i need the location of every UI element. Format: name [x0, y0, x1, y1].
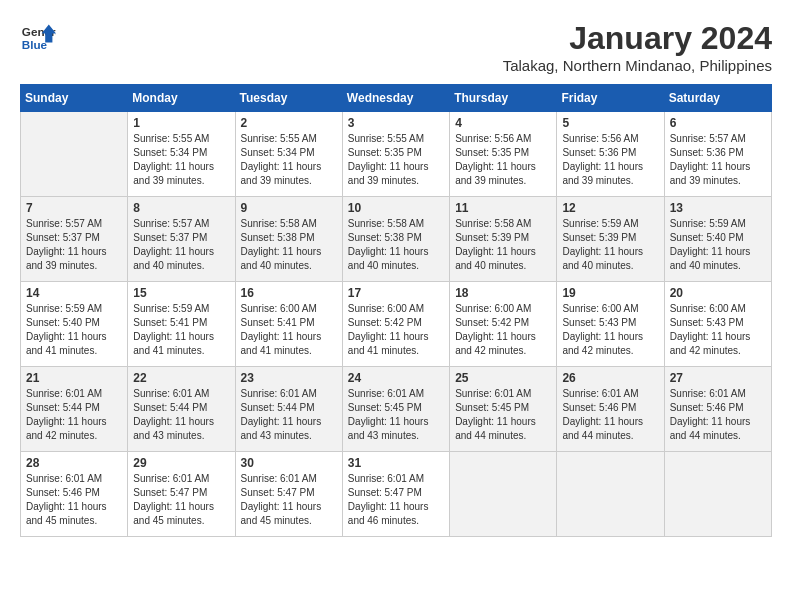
- logo: General Blue: [20, 20, 56, 56]
- calendar-cell: 2Sunrise: 5:55 AM Sunset: 5:34 PM Daylig…: [235, 112, 342, 197]
- calendar-cell: 16Sunrise: 6:00 AM Sunset: 5:41 PM Dayli…: [235, 282, 342, 367]
- calendar-cell: 5Sunrise: 5:56 AM Sunset: 5:36 PM Daylig…: [557, 112, 664, 197]
- calendar-cell: 31Sunrise: 6:01 AM Sunset: 5:47 PM Dayli…: [342, 452, 449, 537]
- cell-content: Sunrise: 6:01 AM Sunset: 5:46 PM Dayligh…: [26, 472, 122, 528]
- calendar-cell: 21Sunrise: 6:01 AM Sunset: 5:44 PM Dayli…: [21, 367, 128, 452]
- calendar-cell: 24Sunrise: 6:01 AM Sunset: 5:45 PM Dayli…: [342, 367, 449, 452]
- cell-content: Sunrise: 6:01 AM Sunset: 5:44 PM Dayligh…: [26, 387, 122, 443]
- calendar-cell: 14Sunrise: 5:59 AM Sunset: 5:40 PM Dayli…: [21, 282, 128, 367]
- cell-content: Sunrise: 5:59 AM Sunset: 5:39 PM Dayligh…: [562, 217, 658, 273]
- cell-content: Sunrise: 5:57 AM Sunset: 5:37 PM Dayligh…: [133, 217, 229, 273]
- calendar-cell: 29Sunrise: 6:01 AM Sunset: 5:47 PM Dayli…: [128, 452, 235, 537]
- header-thursday: Thursday: [450, 85, 557, 112]
- calendar-table: SundayMondayTuesdayWednesdayThursdayFrid…: [20, 84, 772, 537]
- cell-content: Sunrise: 5:57 AM Sunset: 5:37 PM Dayligh…: [26, 217, 122, 273]
- calendar-cell: 11Sunrise: 5:58 AM Sunset: 5:39 PM Dayli…: [450, 197, 557, 282]
- calendar-cell: 17Sunrise: 6:00 AM Sunset: 5:42 PM Dayli…: [342, 282, 449, 367]
- logo-icon: General Blue: [20, 20, 56, 56]
- day-number: 12: [562, 201, 658, 215]
- header-tuesday: Tuesday: [235, 85, 342, 112]
- calendar-cell: 3Sunrise: 5:55 AM Sunset: 5:35 PM Daylig…: [342, 112, 449, 197]
- day-number: 18: [455, 286, 551, 300]
- header-saturday: Saturday: [664, 85, 771, 112]
- day-number: 20: [670, 286, 766, 300]
- month-title: January 2024: [503, 20, 772, 57]
- day-number: 23: [241, 371, 337, 385]
- cell-content: Sunrise: 6:01 AM Sunset: 5:44 PM Dayligh…: [241, 387, 337, 443]
- cell-content: Sunrise: 5:56 AM Sunset: 5:35 PM Dayligh…: [455, 132, 551, 188]
- header-sunday: Sunday: [21, 85, 128, 112]
- header-wednesday: Wednesday: [342, 85, 449, 112]
- calendar-cell: 6Sunrise: 5:57 AM Sunset: 5:36 PM Daylig…: [664, 112, 771, 197]
- day-number: 26: [562, 371, 658, 385]
- cell-content: Sunrise: 5:57 AM Sunset: 5:36 PM Dayligh…: [670, 132, 766, 188]
- cell-content: Sunrise: 5:56 AM Sunset: 5:36 PM Dayligh…: [562, 132, 658, 188]
- calendar-week-4: 21Sunrise: 6:01 AM Sunset: 5:44 PM Dayli…: [21, 367, 772, 452]
- day-number: 13: [670, 201, 766, 215]
- cell-content: Sunrise: 6:01 AM Sunset: 5:46 PM Dayligh…: [562, 387, 658, 443]
- cell-content: Sunrise: 6:01 AM Sunset: 5:47 PM Dayligh…: [133, 472, 229, 528]
- calendar-cell: 22Sunrise: 6:01 AM Sunset: 5:44 PM Dayli…: [128, 367, 235, 452]
- cell-content: Sunrise: 6:01 AM Sunset: 5:45 PM Dayligh…: [348, 387, 444, 443]
- location-title: Talakag, Northern Mindanao, Philippines: [503, 57, 772, 74]
- day-number: 17: [348, 286, 444, 300]
- cell-content: Sunrise: 6:00 AM Sunset: 5:41 PM Dayligh…: [241, 302, 337, 358]
- day-number: 9: [241, 201, 337, 215]
- calendar-cell: 1Sunrise: 5:55 AM Sunset: 5:34 PM Daylig…: [128, 112, 235, 197]
- calendar-cell: 15Sunrise: 5:59 AM Sunset: 5:41 PM Dayli…: [128, 282, 235, 367]
- calendar-cell: 12Sunrise: 5:59 AM Sunset: 5:39 PM Dayli…: [557, 197, 664, 282]
- calendar-cell: 19Sunrise: 6:00 AM Sunset: 5:43 PM Dayli…: [557, 282, 664, 367]
- cell-content: Sunrise: 6:01 AM Sunset: 5:45 PM Dayligh…: [455, 387, 551, 443]
- day-number: 7: [26, 201, 122, 215]
- day-number: 31: [348, 456, 444, 470]
- day-number: 22: [133, 371, 229, 385]
- calendar-cell: 27Sunrise: 6:01 AM Sunset: 5:46 PM Dayli…: [664, 367, 771, 452]
- cell-content: Sunrise: 6:01 AM Sunset: 5:46 PM Dayligh…: [670, 387, 766, 443]
- cell-content: Sunrise: 5:59 AM Sunset: 5:40 PM Dayligh…: [26, 302, 122, 358]
- cell-content: Sunrise: 5:55 AM Sunset: 5:34 PM Dayligh…: [241, 132, 337, 188]
- header-friday: Friday: [557, 85, 664, 112]
- day-number: 15: [133, 286, 229, 300]
- calendar-cell: 9Sunrise: 5:58 AM Sunset: 5:38 PM Daylig…: [235, 197, 342, 282]
- cell-content: Sunrise: 5:58 AM Sunset: 5:38 PM Dayligh…: [348, 217, 444, 273]
- header-monday: Monday: [128, 85, 235, 112]
- cell-content: Sunrise: 5:55 AM Sunset: 5:34 PM Dayligh…: [133, 132, 229, 188]
- calendar-cell: 13Sunrise: 5:59 AM Sunset: 5:40 PM Dayli…: [664, 197, 771, 282]
- day-number: 3: [348, 116, 444, 130]
- svg-text:Blue: Blue: [22, 38, 48, 51]
- cell-content: Sunrise: 5:59 AM Sunset: 5:41 PM Dayligh…: [133, 302, 229, 358]
- calendar-cell: 30Sunrise: 6:01 AM Sunset: 5:47 PM Dayli…: [235, 452, 342, 537]
- calendar-cell: 18Sunrise: 6:00 AM Sunset: 5:42 PM Dayli…: [450, 282, 557, 367]
- day-number: 6: [670, 116, 766, 130]
- calendar-cell: [450, 452, 557, 537]
- day-number: 30: [241, 456, 337, 470]
- cell-content: Sunrise: 6:01 AM Sunset: 5:47 PM Dayligh…: [348, 472, 444, 528]
- calendar-cell: [21, 112, 128, 197]
- day-number: 16: [241, 286, 337, 300]
- calendar-cell: 23Sunrise: 6:01 AM Sunset: 5:44 PM Dayli…: [235, 367, 342, 452]
- calendar-cell: 4Sunrise: 5:56 AM Sunset: 5:35 PM Daylig…: [450, 112, 557, 197]
- day-number: 4: [455, 116, 551, 130]
- cell-content: Sunrise: 5:58 AM Sunset: 5:38 PM Dayligh…: [241, 217, 337, 273]
- day-number: 21: [26, 371, 122, 385]
- cell-content: Sunrise: 5:55 AM Sunset: 5:35 PM Dayligh…: [348, 132, 444, 188]
- calendar-cell: 26Sunrise: 6:01 AM Sunset: 5:46 PM Dayli…: [557, 367, 664, 452]
- calendar-cell: [664, 452, 771, 537]
- title-block: January 2024 Talakag, Northern Mindanao,…: [503, 20, 772, 74]
- cell-content: Sunrise: 5:58 AM Sunset: 5:39 PM Dayligh…: [455, 217, 551, 273]
- day-number: 10: [348, 201, 444, 215]
- cell-content: Sunrise: 5:59 AM Sunset: 5:40 PM Dayligh…: [670, 217, 766, 273]
- cell-content: Sunrise: 6:01 AM Sunset: 5:47 PM Dayligh…: [241, 472, 337, 528]
- calendar-week-1: 1Sunrise: 5:55 AM Sunset: 5:34 PM Daylig…: [21, 112, 772, 197]
- cell-content: Sunrise: 6:00 AM Sunset: 5:43 PM Dayligh…: [562, 302, 658, 358]
- day-number: 8: [133, 201, 229, 215]
- calendar-header-row: SundayMondayTuesdayWednesdayThursdayFrid…: [21, 85, 772, 112]
- calendar-cell: [557, 452, 664, 537]
- cell-content: Sunrise: 6:00 AM Sunset: 5:42 PM Dayligh…: [455, 302, 551, 358]
- day-number: 2: [241, 116, 337, 130]
- page-header: General Blue January 2024 Talakag, North…: [20, 20, 772, 74]
- calendar-week-3: 14Sunrise: 5:59 AM Sunset: 5:40 PM Dayli…: [21, 282, 772, 367]
- day-number: 29: [133, 456, 229, 470]
- cell-content: Sunrise: 6:00 AM Sunset: 5:43 PM Dayligh…: [670, 302, 766, 358]
- day-number: 19: [562, 286, 658, 300]
